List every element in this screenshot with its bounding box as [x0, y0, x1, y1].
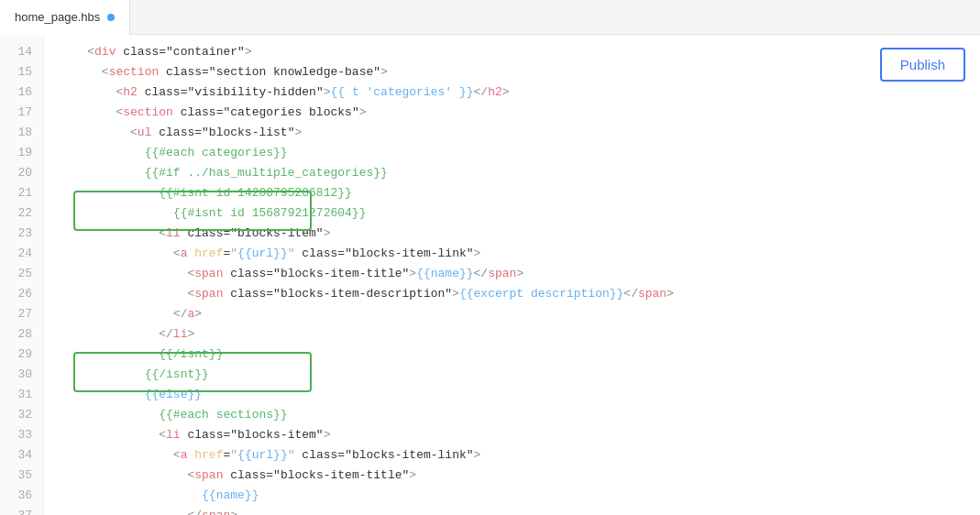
code-area: 1415161718192021222324252627282930313233…	[0, 35, 980, 515]
line-numbers: 1415161718192021222324252627282930313233…	[0, 35, 44, 515]
tab-modified-dot	[107, 14, 115, 21]
tab-filename: home_page.hbs	[15, 10, 100, 24]
publish-button[interactable]: Publish	[880, 48, 965, 82]
file-tab[interactable]: home_page.hbs	[0, 0, 130, 35]
code-content: <div class="container"> <section class="…	[44, 35, 980, 515]
tab-bar: home_page.hbs	[0, 0, 980, 35]
